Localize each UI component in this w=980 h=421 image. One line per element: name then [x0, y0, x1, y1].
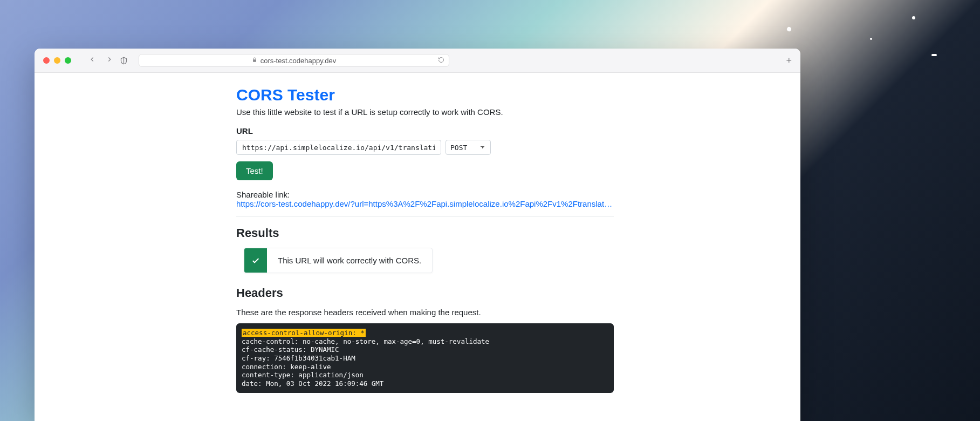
result-message: This URL will work correctly with CORS. — [267, 248, 432, 273]
headers-code-block: access-control-allow-origin: * cache-con… — [236, 323, 614, 393]
address-bar[interactable]: cors-test.codehappy.dev — [139, 54, 449, 67]
forward-button[interactable] — [106, 56, 113, 65]
page-content: CORS Tester Use this little website to t… — [35, 73, 800, 421]
url-input[interactable] — [236, 140, 441, 155]
minimize-window-button[interactable] — [54, 57, 60, 64]
highlighted-header: access-control-allow-origin: * — [242, 329, 366, 337]
check-icon — [244, 248, 267, 273]
reload-button[interactable] — [438, 57, 444, 65]
header-line: cf-ray: 7546f1b34031cab1-HAM — [242, 354, 355, 362]
page-title: CORS Tester — [236, 86, 614, 104]
header-line: content-type: application/json — [242, 371, 364, 379]
browser-titlebar: cors-test.codehappy.dev + — [35, 49, 800, 73]
headers-heading: Headers — [236, 286, 614, 300]
privacy-shield-icon[interactable] — [120, 57, 128, 65]
close-window-button[interactable] — [43, 57, 50, 64]
header-line: cf-cache-status: DYNAMIC — [242, 345, 339, 354]
header-line: connection: keep-alive — [242, 363, 331, 371]
page-subtitle: Use this little website to test if a URL… — [236, 107, 614, 117]
browser-window: cors-test.codehappy.dev + CORS Tester Us… — [35, 49, 800, 421]
address-text: cors-test.codehappy.dev — [261, 57, 337, 65]
header-line: date: Mon, 03 Oct 2022 16:09:46 GMT — [242, 379, 383, 388]
method-select[interactable]: POST — [446, 140, 491, 155]
shareable-link[interactable]: https://cors-test.codehappy.dev/?url=htt… — [236, 199, 614, 208]
divider — [236, 216, 614, 216]
headers-subtitle: These are the response headers received … — [236, 308, 614, 317]
back-button[interactable] — [88, 56, 96, 65]
result-card: This URL will work correctly with CORS. — [244, 248, 433, 273]
window-controls — [43, 57, 71, 64]
header-line: cache-control: no-cache, no-store, max-a… — [242, 337, 489, 345]
test-button[interactable]: Test! — [236, 161, 273, 180]
results-heading: Results — [236, 226, 614, 240]
url-label: URL — [236, 126, 614, 135]
maximize-window-button[interactable] — [65, 57, 71, 64]
shareable-link-label: Shareable link: — [236, 190, 614, 199]
lock-icon — [252, 57, 257, 64]
new-tab-button[interactable]: + — [786, 55, 792, 66]
